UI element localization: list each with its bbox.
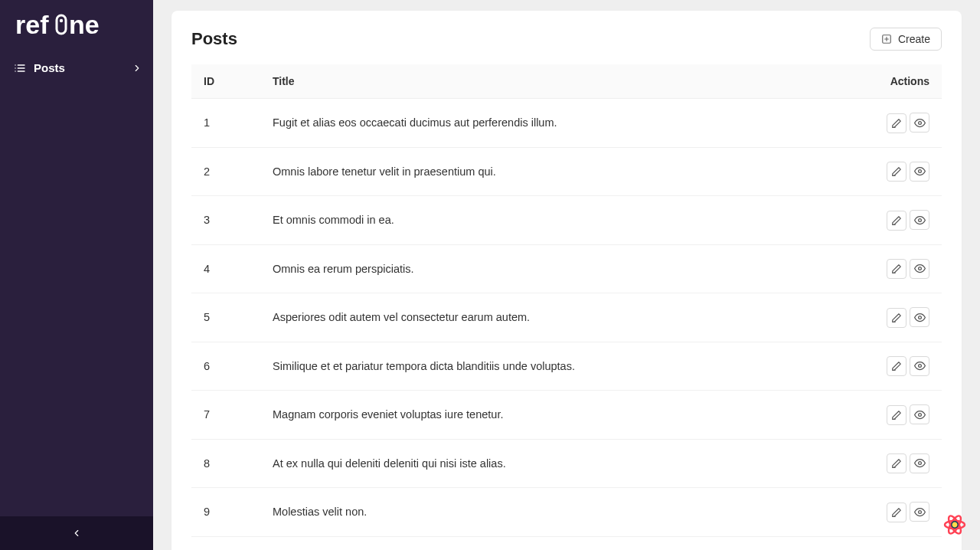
svg-point-20 — [918, 267, 921, 270]
edit-icon — [891, 118, 902, 129]
eye-icon — [914, 409, 926, 421]
view-button[interactable] — [910, 307, 929, 327]
eye-icon — [914, 117, 926, 129]
cell-title: Magnam corporis eveniet voluptas iure te… — [260, 391, 821, 440]
edit-icon — [891, 507, 902, 518]
card-header: Posts Create — [172, 11, 962, 64]
cell-id: 3 — [191, 196, 260, 245]
sidebar: ref ne Posts — [0, 0, 153, 550]
sidebar-collapse-button[interactable] — [0, 516, 153, 550]
eye-icon — [914, 506, 926, 518]
cell-title: Similique et et pariatur tempora dicta b… — [260, 342, 821, 391]
table-row: 3Et omnis commodi in ea. — [191, 196, 942, 245]
svg-point-16 — [918, 170, 921, 173]
table-row: 1Fugit et alias eos occaecati ducimus au… — [191, 99, 942, 148]
cell-title: Molestias velit non. — [260, 488, 821, 537]
cell-id: 6 — [191, 342, 260, 391]
table-row: 4Omnis ea rerum perspiciatis. — [191, 244, 942, 293]
cell-actions — [821, 536, 942, 550]
edit-icon — [891, 410, 902, 421]
cell-actions — [821, 342, 942, 391]
cell-title: Pariatur reiciendis unde. — [260, 536, 821, 550]
sidebar-nav: Posts — [0, 49, 153, 516]
react-query-devtools-button[interactable] — [940, 510, 969, 539]
table-row: 9Molestias velit non. — [191, 488, 942, 537]
view-button[interactable] — [910, 259, 929, 279]
create-button-label: Create — [898, 33, 930, 45]
view-button[interactable] — [910, 453, 929, 473]
cell-title: Omnis labore tenetur velit in praesentiu… — [260, 147, 821, 196]
cell-actions — [821, 439, 942, 488]
svg-point-24 — [918, 365, 921, 368]
cell-title: Omnis ea rerum perspiciatis. — [260, 244, 821, 293]
edit-button[interactable] — [887, 308, 906, 328]
table-row: 8At ex nulla qui deleniti deleniti qui n… — [191, 439, 942, 488]
svg-point-14 — [918, 121, 921, 124]
cell-id: 7 — [191, 391, 260, 440]
eye-icon — [914, 214, 926, 226]
create-button[interactable]: Create — [870, 28, 942, 51]
column-header-title[interactable]: Title — [260, 64, 821, 99]
cell-id: 2 — [191, 147, 260, 196]
cell-title: Et omnis commodi in ea. — [260, 196, 821, 245]
svg-point-28 — [918, 462, 921, 465]
cell-actions — [821, 99, 942, 148]
cell-id: 1 — [191, 99, 260, 148]
view-button[interactable] — [910, 356, 929, 376]
edit-icon — [891, 458, 902, 469]
column-header-id[interactable]: ID — [191, 64, 260, 99]
table-wrap: ID Title Actions 1Fugit et alias eos occ… — [172, 64, 962, 550]
cell-id: 9 — [191, 488, 260, 537]
svg-text:ref: ref — [15, 11, 49, 39]
view-button[interactable] — [910, 162, 929, 182]
view-button[interactable] — [910, 210, 929, 230]
cell-id: 4 — [191, 244, 260, 293]
view-button[interactable] — [910, 502, 929, 522]
view-button[interactable] — [910, 113, 929, 133]
table-row: 6Similique et et pariatur tempora dicta … — [191, 342, 942, 391]
edit-button[interactable] — [887, 453, 906, 473]
edit-icon — [891, 166, 902, 177]
edit-icon — [891, 264, 902, 274]
svg-point-36 — [952, 522, 958, 528]
cell-id: 10 — [191, 536, 260, 550]
svg-point-2 — [60, 19, 63, 22]
cell-title: Fugit et alias eos occaecati ducimus aut… — [260, 99, 821, 148]
brand-logo: ref ne — [0, 0, 153, 49]
cell-actions — [821, 293, 942, 342]
main-content: Posts Create ID Title Actions — [153, 0, 980, 550]
cell-title: Asperiores odit autem vel consectetur ea… — [260, 293, 821, 342]
svg-point-22 — [918, 316, 921, 319]
edit-button[interactable] — [887, 503, 906, 522]
eye-icon — [914, 457, 926, 469]
edit-button[interactable] — [887, 259, 906, 279]
column-header-actions: Actions — [821, 64, 942, 99]
cell-actions — [821, 391, 942, 440]
posts-card: Posts Create ID Title Actions — [172, 11, 962, 550]
plus-square-icon — [881, 34, 892, 44]
svg-point-26 — [918, 413, 921, 416]
view-button[interactable] — [910, 404, 929, 424]
cell-title: At ex nulla qui deleniti deleniti qui ni… — [260, 439, 821, 488]
edit-icon — [891, 361, 902, 372]
table-row: 5Asperiores odit autem vel consectetur e… — [191, 293, 942, 342]
page-title: Posts — [191, 29, 237, 49]
edit-button[interactable] — [887, 211, 906, 231]
sidebar-item-posts[interactable]: Posts — [0, 54, 153, 82]
edit-button[interactable] — [887, 162, 906, 182]
svg-point-18 — [918, 218, 921, 221]
sidebar-item-label: Posts — [34, 61, 65, 74]
table-row: 10Pariatur reiciendis unde. — [191, 536, 942, 550]
edit-button[interactable] — [887, 356, 906, 376]
table-row: 7Magnam corporis eveniet voluptas iure t… — [191, 391, 942, 440]
list-icon — [14, 62, 26, 74]
cell-id: 8 — [191, 439, 260, 488]
edit-button[interactable] — [887, 405, 906, 425]
eye-icon — [914, 312, 926, 323]
eye-icon — [914, 165, 926, 177]
svg-rect-1 — [57, 15, 66, 34]
svg-point-30 — [918, 510, 921, 513]
edit-icon — [891, 313, 902, 323]
cell-actions — [821, 244, 942, 293]
edit-button[interactable] — [887, 113, 906, 133]
